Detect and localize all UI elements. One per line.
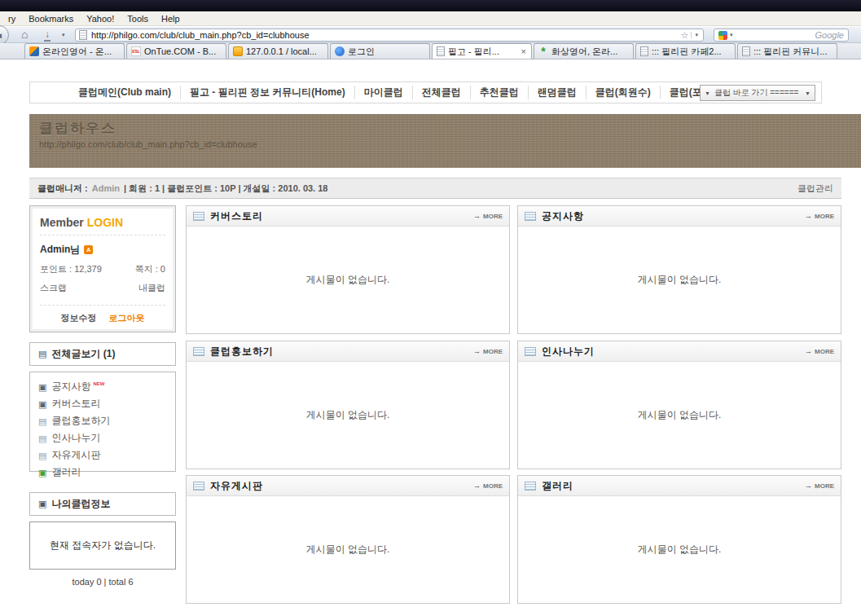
menu-item-free-board[interactable]: ▤ 자유게시판 — [38, 448, 167, 462]
board-header: 클럽홍보하기 → MORE — [187, 341, 509, 362]
tab-localhost[interactable]: 127.0.0.1 / local... — [228, 43, 328, 59]
login-box-title: MemberLOGIN — [40, 213, 165, 235]
menu-bookmarks[interactable]: Bookmarks — [22, 14, 80, 24]
search-box[interactable]: ▾ Google — [714, 29, 849, 42]
all-posts-label: 전체글보기 (1) — [51, 347, 115, 361]
tab-label: OnTue.COM - B... — [144, 46, 222, 56]
menu-yahoo[interactable]: Yahoo! — [80, 14, 121, 24]
board-title[interactable]: 커버스토리 — [210, 209, 263, 223]
url-dropdown-icon[interactable]: ▾ — [691, 32, 700, 38]
home-icon[interactable]: ⌂ — [21, 29, 28, 41]
more-button[interactable]: → MORE — [805, 347, 834, 355]
menu-label: 자유게시판 — [51, 448, 100, 462]
more-button[interactable]: → MORE — [473, 212, 503, 220]
more-label: MORE — [483, 482, 503, 490]
search-placeholder: Google — [815, 30, 844, 40]
board-title[interactable]: 공지사항 — [542, 209, 584, 223]
arrow-right-icon: → — [473, 347, 481, 355]
all-posts-box[interactable]: ▤ 전체글보기 (1) — [29, 342, 176, 366]
menu-label: 커버스토리 — [51, 397, 100, 411]
board-grid: 커버스토리 → MORE 게시물이 없습니다. 공지사항 → MORE 게시물이… — [186, 205, 842, 606]
more-button[interactable]: → MORE — [805, 212, 834, 220]
menu-item-cover-story[interactable]: ▣ 커버스토리 — [38, 397, 167, 411]
board-title[interactable]: 자유게시판 — [210, 479, 263, 493]
manager-label: 클럽매니저 : — [37, 183, 88, 195]
board-empty-message: 게시물이 없습니다. — [187, 362, 509, 469]
logout-button[interactable]: 로그아웃 — [109, 313, 145, 323]
more-button[interactable]: → MORE — [805, 482, 834, 490]
nav-my-club[interactable]: 마이클럽 — [354, 86, 412, 99]
login-favicon-icon — [335, 46, 345, 56]
nav-recommended-clubs[interactable]: 추천클럽 — [470, 86, 528, 99]
tab-philgo-active[interactable]: 필고 - 필리... × — [432, 43, 532, 59]
page-favicon-icon — [79, 30, 87, 40]
tab-label: 필고 - 필리... — [448, 46, 521, 58]
edit-profile-button[interactable]: 정보수정 — [60, 313, 96, 323]
message-count[interactable]: 쪽지 : 0 — [135, 263, 165, 275]
more-button[interactable]: → MORE — [473, 482, 503, 490]
nav-club-main[interactable]: 클럽메인(Club main) — [69, 86, 180, 99]
board-empty-message: 게시물이 없습니다. — [518, 496, 841, 603]
back-button[interactable]: ◄ — [0, 25, 9, 45]
menu-item-club-promo[interactable]: ▤ 클럽홍보하기 — [38, 414, 167, 428]
nav-random-clubs[interactable]: 랜덤클럽 — [528, 86, 586, 99]
board-icon — [193, 212, 204, 221]
menu-label: 갤러리 — [51, 465, 81, 479]
google-logo-icon — [718, 31, 727, 40]
more-label: MORE — [815, 482, 834, 490]
tab-close-icon[interactable]: × — [521, 47, 527, 56]
board-icon — [525, 482, 536, 491]
board-title[interactable]: 인사나누기 — [542, 345, 595, 359]
download-icon[interactable]: ↓ — [44, 29, 51, 42]
scrap-link[interactable]: 스크랩 — [40, 282, 67, 294]
menu-help[interactable]: Help — [155, 14, 187, 24]
username[interactable]: Admin님 — [40, 243, 80, 257]
list-icon: ▤ — [38, 416, 46, 426]
window-titlebar — [0, 0, 861, 11]
search-engine-dropdown-icon[interactable]: ▾ — [730, 32, 733, 38]
more-label: MORE — [815, 213, 834, 220]
bookmark-star-icon[interactable]: ☆ — [679, 30, 692, 40]
nav-philgo-home[interactable]: 필고 - 필리핀 정보 커뮤니티(Home) — [180, 86, 354, 99]
login-actions: 정보수정 로그아웃 — [40, 305, 165, 324]
menu-history[interactable]: ry — [2, 14, 22, 24]
tab-online-english[interactable]: 온라인영어 - 온... — [24, 43, 125, 59]
menu-item-greetings[interactable]: ▤ 인사나누기 — [38, 431, 167, 445]
url-bar[interactable]: ☆ ▾ — [75, 29, 704, 42]
manager-name[interactable]: Admin — [92, 183, 120, 193]
list-icon: ▤ — [38, 349, 46, 359]
visit-stats: today 0 | total 6 — [29, 577, 176, 587]
nav-all-clubs[interactable]: 전체클럽 — [412, 86, 470, 99]
chevron-down-icon[interactable]: ▾ — [62, 32, 65, 38]
tab-login[interactable]: 로그인 — [330, 43, 430, 59]
board-icon — [193, 347, 204, 356]
tab-philippine-cafe[interactable]: ::: 필리핀 카페2... — [635, 43, 736, 59]
board-header: 인사나누기 → MORE — [518, 341, 841, 362]
list-icon: ▤ — [38, 433, 46, 443]
my-club-link[interactable]: 내클럽 — [138, 282, 165, 294]
club-manage-link[interactable]: 클럽관리 — [797, 183, 833, 195]
my-club-info-box[interactable]: ▣ 나의클럽정보 — [29, 492, 176, 516]
menu-item-gallery[interactable]: ▣ 갤러리 — [38, 465, 167, 479]
url-input[interactable] — [87, 29, 679, 41]
nav-clubs-by-members[interactable]: 클럽(회원수) — [586, 86, 660, 99]
board-icon — [525, 347, 536, 356]
back-icon: ◄ — [0, 31, 3, 40]
board-title[interactable]: 클럽홍보하기 — [210, 345, 274, 359]
point-value: 포인트 : 12,379 — [40, 263, 102, 275]
board-title[interactable]: 갤러리 — [542, 479, 573, 493]
board-club-promo: 클럽홍보하기 → MORE 게시물이 없습니다. — [186, 341, 510, 469]
pinwheel-favicon-icon: * — [538, 46, 548, 56]
club-info-bar: 클럽매니저 : Admin | 회원 : 1 | 클럽포인트 : 10P | 개… — [29, 178, 841, 199]
no-visitors-text: 현재 접속자가 없습니다. — [50, 539, 156, 552]
more-button[interactable]: → MORE — [473, 347, 503, 355]
tab-philippine-community[interactable]: ::: 필리핀 커뮤니... — [737, 43, 837, 59]
current-visitors-box: 현재 접속자가 없습니다. — [29, 521, 176, 570]
menu-tools[interactable]: Tools — [121, 14, 155, 24]
tab-video-english[interactable]: * 화상영어, 온라... — [534, 43, 634, 59]
tab-bar: 온라인영어 - 온... ESL OnTue.COM - B... 127.0.… — [0, 43, 861, 59]
club-quick-go-select[interactable]: ▼ 클럽 바로 가기 ====== ▼ — [700, 85, 815, 101]
menu-item-notice[interactable]: ▣ 공지사항 NEW — [38, 380, 167, 394]
board-gallery: 갤러리 → MORE 게시물이 없습니다. — [517, 475, 841, 604]
tab-ontue[interactable]: ESL OnTue.COM - B... — [126, 43, 226, 59]
